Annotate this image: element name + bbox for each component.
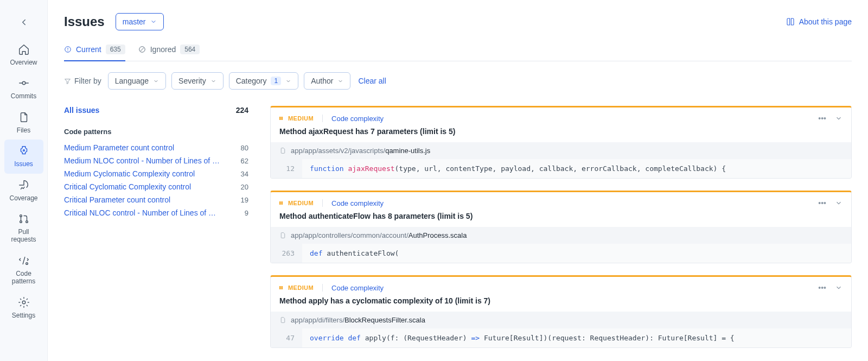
pattern-link[interactable]: Medium NLOC control - Number of Lines of… bbox=[64, 156, 221, 165]
issue-card: MEDIUMCode complexity•••Method ajaxReque… bbox=[270, 106, 852, 179]
severity-icon bbox=[279, 200, 285, 206]
tabs: Current 635 Ignored 564 bbox=[64, 45, 852, 61]
coverage-icon bbox=[18, 179, 30, 191]
pattern-link[interactable]: Critical NLOC control - Number of Lines … bbox=[64, 208, 221, 217]
svg-rect-17 bbox=[282, 201, 283, 205]
pattern-link[interactable]: Critical Parameter count control bbox=[64, 195, 170, 204]
pattern-item: Medium NLOC control - Number of Lines of… bbox=[64, 156, 248, 165]
chevron-down-icon bbox=[835, 199, 843, 207]
tab-ignored[interactable]: Ignored 564 bbox=[138, 45, 200, 61]
pattern-item: Medium Parameter count control80 bbox=[64, 143, 248, 152]
about-link[interactable]: About this page bbox=[786, 17, 852, 26]
all-issues-link[interactable]: All issues bbox=[64, 106, 99, 115]
code-patterns-icon bbox=[18, 255, 30, 267]
main-content: Issues master About this page Current 63… bbox=[48, 0, 868, 361]
nav-pull-requests[interactable]: Pull requests bbox=[4, 207, 43, 249]
filter-language[interactable]: Language bbox=[108, 72, 166, 90]
code-snippet: override def apply(f: (RequestHeader) =>… bbox=[302, 328, 742, 347]
issue-file-path[interactable]: app/app/assets/v2/javascripts/qamine-uti… bbox=[271, 142, 851, 159]
pull-requests-icon bbox=[18, 213, 30, 225]
issue-title: Method authenticateFlow has 8 parameters… bbox=[271, 207, 851, 227]
issue-category[interactable]: Code complexity bbox=[331, 284, 384, 292]
pattern-link[interactable]: Medium Cyclomatic Complexity control bbox=[64, 169, 195, 178]
chevron-down-icon bbox=[337, 78, 343, 84]
pattern-count: 80 bbox=[241, 144, 248, 152]
branch-select[interactable]: master bbox=[116, 13, 164, 30]
issue-expand-button[interactable] bbox=[835, 199, 843, 207]
issue-file-path[interactable]: app/app/di/filters/BlockRequestsFilter.s… bbox=[271, 312, 851, 328]
tab-ignored-count: 564 bbox=[180, 45, 200, 54]
nav-settings[interactable]: Settings bbox=[4, 291, 43, 325]
line-number: 12 bbox=[271, 159, 302, 178]
tab-current[interactable]: Current 635 bbox=[64, 45, 125, 61]
pattern-count: 62 bbox=[241, 157, 248, 165]
filter-category[interactable]: Category 1 bbox=[229, 72, 299, 90]
issue-file-path[interactable]: app/app/controllers/common/account/AuthP… bbox=[271, 227, 851, 244]
file-icon bbox=[279, 316, 286, 324]
back-button[interactable] bbox=[15, 13, 33, 31]
nav-code-patterns[interactable]: Code patterns bbox=[4, 249, 43, 291]
patterns-panel: All issues 224 Code patterns Medium Para… bbox=[64, 106, 248, 348]
svg-point-8 bbox=[22, 301, 25, 304]
nav-overview[interactable]: Overview bbox=[4, 38, 43, 72]
pattern-link[interactable]: Medium Parameter count control bbox=[64, 143, 174, 152]
issue-category[interactable]: Code complexity bbox=[331, 199, 384, 207]
severity-badge: MEDIUM bbox=[279, 200, 314, 206]
svg-rect-16 bbox=[279, 201, 281, 205]
svg-point-7 bbox=[25, 262, 28, 264]
svg-point-3 bbox=[23, 150, 24, 151]
sidebar: OverviewCommitsFilesIssuesCoveragePull r… bbox=[0, 0, 48, 361]
issue-card: MEDIUMCode complexity•••Method apply has… bbox=[270, 275, 852, 348]
code-snippet: function ajaxRequest(type, url, contentT… bbox=[302, 159, 733, 178]
nav-label: Coverage bbox=[9, 194, 37, 202]
issue-more-button[interactable]: ••• bbox=[818, 114, 826, 123]
issues-icon bbox=[18, 145, 30, 157]
nav-commits[interactable]: Commits bbox=[4, 72, 43, 105]
issue-expand-button[interactable] bbox=[835, 284, 843, 292]
chevron-down-icon bbox=[210, 78, 216, 84]
filter-icon bbox=[64, 78, 71, 85]
ban-icon bbox=[138, 46, 146, 53]
svg-rect-18 bbox=[279, 286, 281, 289]
pattern-item: Critical Parameter count control19 bbox=[64, 195, 248, 204]
book-icon bbox=[786, 17, 795, 26]
chevron-down-icon bbox=[835, 115, 843, 122]
severity-badge: MEDIUM bbox=[279, 284, 314, 291]
alert-circle-icon bbox=[64, 46, 72, 53]
all-issues-count: 224 bbox=[236, 106, 248, 115]
file-icon bbox=[279, 232, 286, 239]
pattern-count: 9 bbox=[245, 209, 248, 217]
nav-label: Settings bbox=[12, 312, 35, 319]
nav-label: Issues bbox=[14, 160, 33, 168]
issue-expand-button[interactable] bbox=[835, 115, 843, 122]
issue-code-line: 12function ajaxRequest(type, url, conten… bbox=[271, 159, 851, 178]
about-label: About this page bbox=[799, 17, 852, 26]
chevron-down-icon bbox=[150, 18, 157, 25]
pattern-item: Critical NLOC control - Number of Lines … bbox=[64, 208, 248, 217]
nav-label: Overview bbox=[10, 59, 37, 66]
line-number: 263 bbox=[271, 244, 302, 263]
nav-label: Files bbox=[17, 126, 30, 134]
issue-title: Method ajaxRequest has 7 parameters (lim… bbox=[271, 123, 851, 142]
clear-filters[interactable]: Clear all bbox=[358, 77, 386, 85]
filter-author[interactable]: Author bbox=[304, 72, 350, 90]
nav-issues[interactable]: Issues bbox=[4, 140, 43, 173]
branch-name: master bbox=[123, 17, 146, 26]
tab-current-label: Current bbox=[76, 45, 101, 54]
nav-files[interactable]: Files bbox=[4, 106, 43, 140]
issue-code-line: 47override def apply(f: (RequestHeader) … bbox=[271, 328, 851, 347]
chevron-down-icon bbox=[153, 78, 159, 84]
pattern-link[interactable]: Critical Cyclomatic Complexity control bbox=[64, 182, 191, 191]
issue-more-button[interactable]: ••• bbox=[818, 199, 826, 207]
filter-label: Filter by bbox=[64, 77, 101, 85]
issue-category[interactable]: Code complexity bbox=[331, 115, 384, 123]
severity-badge: MEDIUM bbox=[279, 115, 314, 122]
nav-coverage[interactable]: Coverage bbox=[4, 174, 43, 207]
issue-more-button[interactable]: ••• bbox=[818, 283, 826, 292]
filter-bar: Filter by Language Severity Category 1 A… bbox=[64, 72, 852, 90]
filter-severity[interactable]: Severity bbox=[171, 72, 224, 90]
overview-icon bbox=[18, 43, 30, 55]
chevron-down-icon bbox=[835, 284, 843, 292]
svg-rect-14 bbox=[279, 117, 281, 120]
pattern-item: Critical Cyclomatic Complexity control20 bbox=[64, 182, 248, 191]
